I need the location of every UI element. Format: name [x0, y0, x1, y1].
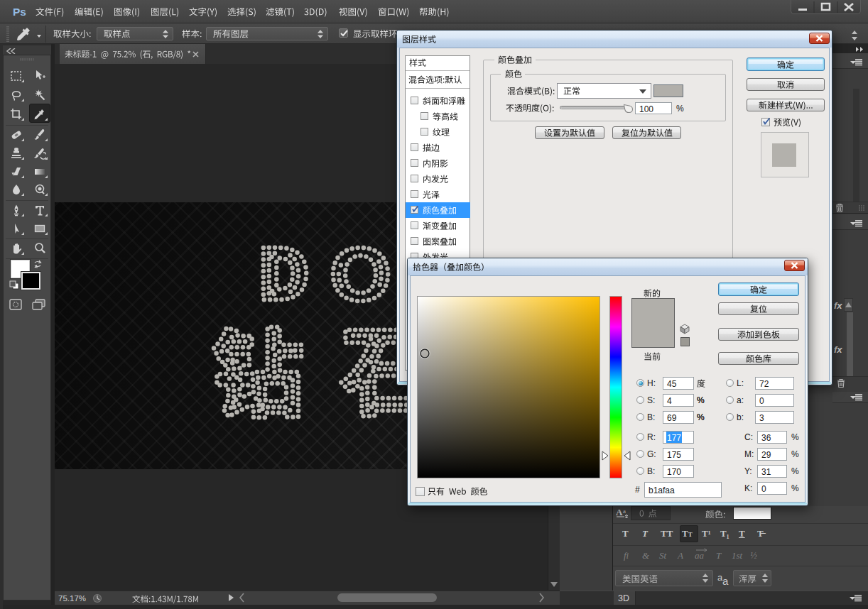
svg-text:A: A	[616, 508, 623, 517]
svg-text:a: a	[623, 508, 626, 515]
